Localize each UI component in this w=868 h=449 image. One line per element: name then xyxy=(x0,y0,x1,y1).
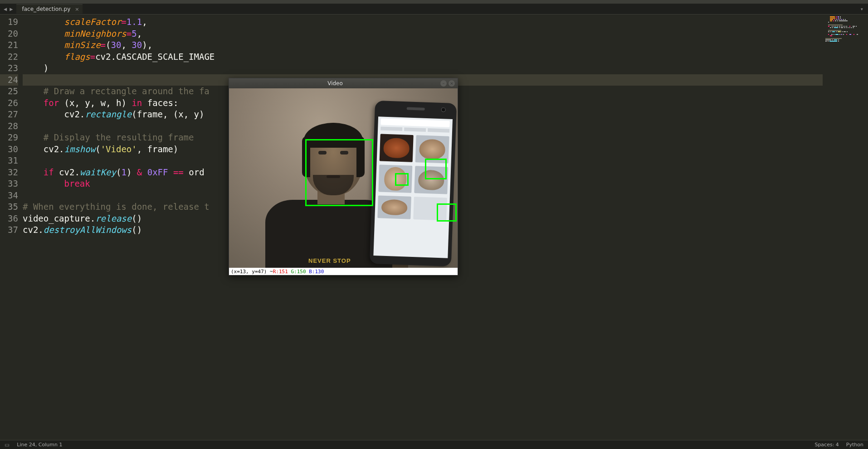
tab-nav: ◀ ▶ xyxy=(0,6,16,12)
close-icon[interactable]: × xyxy=(449,80,455,87)
tab-dropdown-icon[interactable]: ▾ xyxy=(856,6,868,12)
tshirt-text: NEVER STOP xyxy=(308,257,351,264)
file-tab[interactable]: face_detection.py × xyxy=(16,4,83,14)
tab-bar: ◀ ▶ face_detection.py × ▾ xyxy=(0,4,868,14)
face-detection-box xyxy=(437,203,457,222)
cv-coords: (x=13, y=47) ~ xyxy=(231,269,273,275)
opencv-frame: NEVER STOP xyxy=(229,88,458,268)
status-bar: ▭ Line 24, Column 1 Spaces: 4 Python xyxy=(0,440,868,449)
cv-r: R:151 xyxy=(273,269,288,275)
opencv-titlebar[interactable]: Video – × xyxy=(229,78,458,88)
line-gutter: 19202122232425262728293031323334353637 xyxy=(0,14,23,440)
tab-close-icon[interactable]: × xyxy=(75,6,79,12)
language-mode[interactable]: Python xyxy=(846,442,863,448)
face-detection-box xyxy=(395,173,409,186)
tab-prev-icon[interactable]: ◀ xyxy=(3,6,8,12)
cv-g: G:150 xyxy=(291,269,306,275)
indent-setting[interactable]: Spaces: 4 xyxy=(814,442,839,448)
opencv-statusbar: (x=13, y=47) ~ R:151 G:150 B:130 xyxy=(229,268,458,275)
minimize-icon[interactable]: – xyxy=(440,80,447,87)
face-detection-box xyxy=(425,159,447,179)
opencv-window: Video – × NEVER STOP xyxy=(229,78,458,275)
cursor-position[interactable]: Line 24, Column 1 xyxy=(17,442,62,448)
minimap[interactable] xyxy=(823,14,868,440)
phone xyxy=(370,101,457,266)
sidebar-toggle-icon[interactable]: ▭ xyxy=(5,442,10,448)
window-titlebar xyxy=(0,0,868,4)
cv-b: B:130 xyxy=(309,269,324,275)
face-detection-box xyxy=(305,139,373,206)
opencv-window-title: Video xyxy=(232,80,439,87)
tab-next-icon[interactable]: ▶ xyxy=(9,6,14,12)
tab-filename: face_detection.py xyxy=(22,6,70,12)
